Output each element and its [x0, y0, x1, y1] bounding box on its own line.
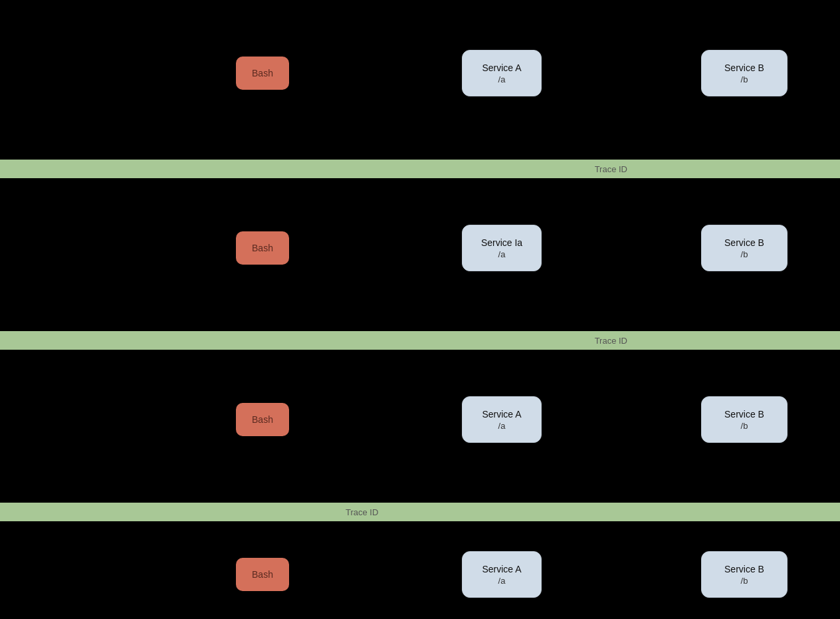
nodes-row-4: Bash Service A /a Service B /b — [0, 521, 840, 619]
bash-node-3: Bash — [236, 403, 289, 436]
bash-node-1: Bash — [236, 57, 289, 90]
service-b-node-3: Service B /b — [701, 396, 788, 443]
service-a-node-1: Service A /a — [462, 50, 542, 96]
trace-section-4: Bash Service A /a Service B /b — [0, 521, 840, 619]
bash-node-4: Bash — [236, 558, 289, 591]
bash-node-2: Bash — [236, 231, 289, 265]
trace-section-2: Bash Service Ia /a Service B /b — [0, 178, 840, 331]
service-a-node-3: Service A /a — [462, 396, 542, 443]
service-b-node-2: Service B /b — [701, 225, 788, 271]
service-b-node-4: Service B /b — [701, 551, 788, 598]
trace-id-label-3: Trace ID — [346, 507, 378, 517]
trace-section-3: Bash Service A /a Service B /b — [0, 350, 840, 503]
divider-2: Trace ID — [0, 331, 840, 350]
service-b-node-1: Service B /b — [701, 50, 788, 96]
service-a-node-2: Service Ia /a — [462, 225, 542, 271]
nodes-row-3: Bash Service A /a Service B /b — [0, 350, 840, 503]
service-a-node-4: Service A /a — [462, 551, 542, 598]
trace-id-label-2: Trace ID — [595, 336, 627, 346]
divider-1: Trace ID — [0, 160, 840, 178]
trace-id-label-1: Trace ID — [595, 164, 627, 174]
nodes-row-1: Bash Service A /a Service B /b — [0, 0, 840, 160]
trace-section-1: Bash Service A /a Service B /b — [0, 0, 840, 160]
divider-3: Trace ID — [0, 503, 840, 521]
nodes-row-2: Bash Service Ia /a Service B /b — [0, 178, 840, 331]
